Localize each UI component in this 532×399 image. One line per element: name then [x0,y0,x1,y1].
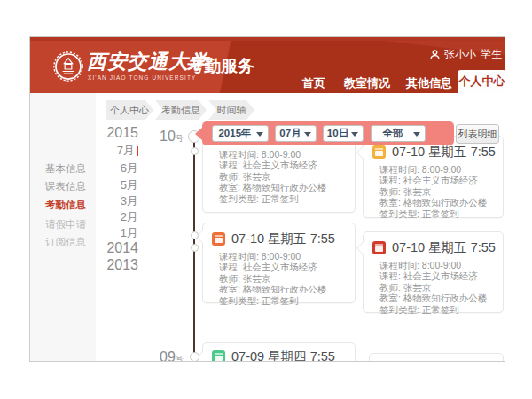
nav-tab-personal-center[interactable]: 个人中心 [458,70,505,93]
breadcrumb-attendance-info[interactable]: 考勤信息 [155,100,207,120]
timeline-nav-2014[interactable]: 2014 [83,240,138,256]
timeline-node-small-2 [191,231,199,239]
attendance-card: 07-09 星期四 7:55 课程时间: 8:00-9:00 课程: 社会主义市… [202,342,356,362]
timeline-nav-month-6[interactable]: 6月 [83,160,138,176]
sidebar-item-leave-request[interactable]: 请假申请 [45,218,86,231]
nav-item-classrooms[interactable]: 教室情况 [344,75,390,91]
sidebar-item-basic-info[interactable]: 基本信息 [45,162,86,176]
attendance-card: 课程时间: 8:00-9:00 课程: 社会主义市场经济 教师: 张芸京 教室:… [202,134,356,213]
sidebar-item-schedule-info[interactable]: 课表信息 [45,180,86,193]
university-name-en: XI'AN JIAO TONG UNIVERSITY [88,74,196,81]
screenshot-canvas: 西安交通大学 XI'AN JIAO TONG UNIVERSITY 考勤服务 张… [0,0,532,399]
active-month-tick [137,146,138,156]
chevron-down-icon [351,132,358,137]
timeline-node-day09 [190,352,200,362]
card-header: 07-09 星期四 7:55 [231,348,335,362]
filter-bar-pointer [195,128,202,140]
chevron-down-icon [304,132,311,137]
user-name: 张小小 [444,47,476,62]
user-info[interactable]: 张小小 学生 [430,47,502,62]
timeline-nav-2013[interactable]: 2013 [83,257,138,273]
attendance-card: 07-10 星期五 7:55 课程时间: 8:00-9:00 课程: 社会主义市… [202,223,356,303]
timeline-nav-month-3[interactable]: 3月 [83,193,138,209]
person-icon [430,50,440,60]
timeline-nav-month-1[interactable]: 1月 [83,225,138,241]
timeline-nav-month-2[interactable]: 2月 [83,209,138,225]
card-header: 07-10 星期五 7:55 [231,231,335,247]
event-type-icon [372,241,386,254]
app-window: 西安交通大学 XI'AN JIAO TONG UNIVERSITY 考勤服务 张… [29,36,505,362]
attendance-card: 07-10 星期五 7:55 课程时间: 8:00-9:00 课程: 社会主义市… [363,136,504,218]
timeline-nav-month-7[interactable]: 7月 [83,143,138,159]
app-header: 西安交通大学 XI'AN JIAO TONG UNIVERSITY 考勤服务 张… [30,37,505,93]
event-type-icon [212,350,225,362]
day-dropdown[interactable]: 10日 [323,125,364,142]
breadcrumb-personal-center[interactable]: 个人中心 [106,100,153,120]
event-type-icon [212,232,225,246]
type-dropdown[interactable]: 全部 [371,125,426,142]
nav-item-home[interactable]: 首页 [302,75,325,91]
timeline-nav-month-5[interactable]: 5月 [83,177,138,193]
day-group-label-10: 10号 [160,129,184,145]
card-header: 07-10 星期五 7:55 [392,239,496,256]
day-group-label-09: 09号 [160,349,184,362]
breadcrumb-timeline[interactable]: 时间轴 [208,100,254,120]
nav-item-other-info[interactable]: 其他信息 [406,75,452,91]
sidebar-item-attendance-info[interactable]: 考勤信息 [45,199,86,212]
university-seal-icon [53,51,83,82]
year-dropdown[interactable]: 2015年 [212,125,269,142]
card-header: 07-10 星期五 7:55 [392,144,496,160]
filter-bar: 2015年 07月 10日 全部 [202,121,454,145]
timeline-node-small-1 [191,147,199,155]
user-role: 学生 [481,47,502,62]
timeline-node-small-3 [191,244,199,252]
month-dropdown[interactable]: 07月 [275,125,317,142]
chevron-down-icon [256,132,263,137]
attendance-card: 07-10 星期五 7:55 课程时间: 8:00-9:00 课程: 社会主义市… [363,231,504,313]
event-type-icon [372,145,386,159]
timeline-nav-divider [153,123,153,276]
app-title: 考勤服务 [187,55,254,78]
timeline-nav-2015[interactable]: 2015 [83,125,138,141]
attendance-card-partial [369,353,504,362]
sidebar-item-subscription-info[interactable]: 订阅信息 [45,236,86,249]
list-detail-button[interactable]: 列表明细 [456,124,499,144]
chevron-down-icon [413,132,420,137]
